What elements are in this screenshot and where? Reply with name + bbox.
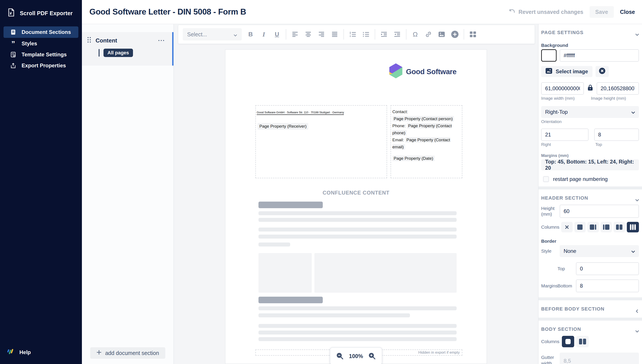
add-macro-icon[interactable] [449,28,461,40]
offset-top-input[interactable] [594,128,639,141]
content-placeholder-box [314,253,457,293]
body-section-header[interactable]: BODY SECTION [541,323,639,336]
restart-page-numbering-checkbox[interactable] [543,176,549,182]
columns-two-button[interactable] [613,222,625,232]
header-section-header[interactable]: HEADER SECTION [541,192,639,205]
margins-field[interactable]: Top: 45, Bottom: 15, Left: 24, Right: 20 [541,159,639,170]
align-center-icon[interactable] [303,28,314,40]
orientation-label: Orientation [541,119,639,124]
sidebar-item-template-settings[interactable]: Template Settings [4,49,78,60]
save-button[interactable]: Save [589,6,614,18]
add-section-label: add document section [105,350,159,356]
image-position-select[interactable]: Right-Top [541,106,639,118]
columns-main-right-button[interactable] [587,222,599,232]
table-icon[interactable] [467,28,479,40]
page-settings-header[interactable]: PAGE SETTINGS [541,26,639,39]
add-document-section-button[interactable]: add document section [90,347,165,359]
contact-person-placeholder[interactable]: Page Property (Contact person) [392,116,454,122]
margins-group-label: Margins [541,283,557,288]
columns-none-button[interactable] [561,222,572,232]
restart-page-numbering-label: restart page numbering [553,176,608,182]
header-margin-bottom-input[interactable] [576,280,639,292]
image-height-input[interactable] [597,82,639,95]
zoom-out-icon[interactable] [336,352,344,360]
plus-icon [97,350,102,356]
content-placeholder-bar [258,324,457,328]
section-divider [538,186,642,189]
header-margin-top-input[interactable] [576,262,639,275]
remove-image-button[interactable] [595,66,609,77]
image-icon[interactable] [436,28,447,40]
right-label: Right [541,142,595,147]
chevron-down-icon [635,30,639,34]
receiver-placeholder[interactable]: Page Property (Receiver) [258,123,308,130]
link-icon[interactable] [423,28,434,40]
height-label: Height (mm) [541,206,560,217]
columns-three-button[interactable] [627,222,639,232]
background-color-swatch[interactable] [541,49,556,62]
sidebar-item-styles[interactable]: ” Styles [4,38,78,49]
sidebar-item-label: Styles [22,40,37,47]
sidebar-item-export-properties[interactable]: Export Properties [4,60,78,71]
align-right-icon[interactable] [316,28,327,40]
section-title: Content [96,37,117,44]
date-placeholder[interactable]: Page Property (Date) [392,156,435,161]
content-placeholder-bar [258,234,457,238]
footer-note: Hidden in export if empty [418,350,460,354]
margin-bottom-label: Bottom [557,283,576,288]
background-color-input[interactable] [560,49,639,62]
before-body-section-header[interactable]: BEFORE BODY SECTION [541,302,639,316]
outdent-icon[interactable] [391,28,403,40]
unordered-list-icon[interactable] [360,28,372,40]
ordered-list-icon[interactable] [347,28,358,40]
gutter-width-input[interactable]: 8,5 [560,352,639,364]
export-icon [10,63,17,68]
header-height-input[interactable] [560,205,639,218]
content-section-card[interactable]: Content ··· All pages [82,32,174,66]
drag-handle-icon[interactable] [87,36,91,45]
lock-aspect-icon[interactable] [587,84,593,93]
gutter-width-label: Gutter width (mm) [541,352,560,364]
all-pages-badge: All pages [104,49,133,57]
body-section-title: BODY SECTION [541,326,581,332]
section-divider [538,318,642,320]
letter-preview-page: Good Software Good Software GmbH · Softw… [225,49,487,364]
border-style-select[interactable]: None [560,245,639,257]
close-button[interactable]: Close [620,9,635,15]
paragraph-style-select[interactable]: Select... [183,28,242,40]
scope-tick [99,49,100,56]
border-label: Border [541,238,639,244]
content-placeholder-bar [258,297,323,303]
letterhead-contact-box[interactable]: Contact: Page Property (Contact person) … [391,105,462,178]
select-image-button[interactable]: Select image [541,66,592,77]
offset-right-input[interactable] [541,128,588,141]
content-placeholder-bar [258,306,457,310]
bold-button[interactable]: B [245,28,256,40]
body-columns-two-button[interactable] [576,336,589,347]
background-label: Background [541,43,639,48]
image-width-input[interactable] [541,82,584,95]
revert-unsaved-changes-button[interactable]: Revert unsaved changes [508,8,583,16]
indent-icon[interactable] [378,28,390,40]
more-menu-icon[interactable]: ··· [158,37,165,44]
border-style-value: None [564,248,576,254]
chevron-down-icon [233,32,237,36]
content-placeholder-bar [258,228,457,232]
underline-button[interactable]: U [271,28,283,40]
zoom-in-icon[interactable] [368,352,376,360]
columns-left-main-button[interactable] [601,222,612,232]
sidebar-item-document-sections[interactable]: Document Sections [4,26,78,38]
template-title: Good Software Letter - DIN 5008 - Form B [89,7,246,16]
scroll-pdf-exporter-app: Scroll PDF Exporter Document Sections ” … [0,0,642,364]
columns-one-button[interactable] [574,222,586,232]
body-columns-one-button[interactable] [562,336,574,347]
italic-button[interactable]: I [258,28,270,40]
align-justify-icon[interactable] [329,28,340,40]
content-placeholder-bar [258,314,410,317]
letterhead-receiver-box[interactable]: Good Software GmbH · Software Str. 110 ·… [255,105,387,178]
align-left-icon[interactable] [289,28,301,40]
sidebar-item-label: Template Settings [22,52,67,58]
help-button[interactable]: Help [0,348,82,364]
special-character-button[interactable]: Ω [409,28,421,40]
margins-label: Margins (mm) [541,153,639,158]
